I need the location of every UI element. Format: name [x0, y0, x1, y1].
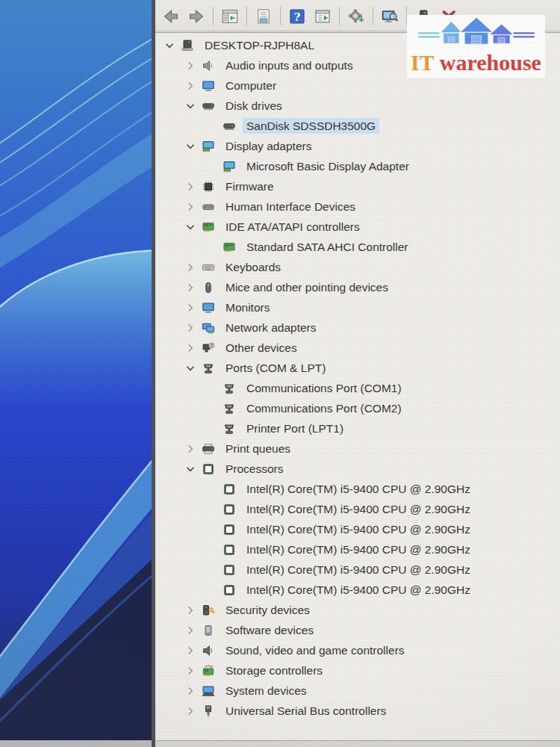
toolbar-separator [339, 7, 340, 25]
tree-item[interactable]: Computer [155, 75, 560, 96]
chevron-right-icon[interactable] [184, 79, 197, 93]
tree-item[interactable]: Display adapters [155, 136, 560, 156]
help-button[interactable]: ? [286, 5, 308, 28]
screen-photo: ? DESKTOP-RJPH8ALAudio inputs and output… [0, 0, 560, 747]
tree-item[interactable]: Printer Port (LPT1) [155, 418, 560, 438]
tree-item[interactable]: Mice and other pointing devices [155, 277, 560, 297]
chevron-right-icon[interactable] [184, 321, 197, 335]
chevron-right-icon[interactable] [184, 604, 197, 617]
tree-item[interactable]: Universal Serial Bus controllers [155, 701, 560, 721]
tree-item[interactable]: Intel(R) Core(TM) i5-9400 CPU @ 2.90GHz [155, 580, 560, 600]
chevron-placeholder [205, 120, 218, 133]
tree-item[interactable]: Intel(R) Core(TM) i5-9400 CPU @ 2.90GHz [155, 539, 560, 560]
toolbar-separator [373, 7, 373, 25]
cpu-icon [222, 542, 237, 557]
tree-item[interactable]: Communications Port (COM1) [155, 378, 560, 398]
chevron-right-icon[interactable] [184, 59, 197, 72]
tree-item-label: Firmware [222, 179, 278, 194]
tree-item-label: Software devices [222, 622, 317, 638]
port-icon [222, 421, 237, 436]
unknown-device-icon: ? [201, 341, 216, 356]
software-icon [201, 623, 216, 638]
tree-item[interactable]: Human Interface Devices [155, 196, 560, 217]
toolbar-separator [280, 7, 281, 25]
tree-item[interactable]: Disk drives [155, 96, 560, 116]
mouse-icon [201, 280, 216, 295]
tree-item[interactable]: Microsoft Basic Display Adapter [155, 156, 560, 176]
chevron-right-icon[interactable] [184, 664, 197, 678]
tree-item[interactable]: ?Other devices [155, 338, 560, 358]
chevron-right-icon[interactable] [184, 200, 197, 214]
tree-item[interactable]: Intel(R) Core(TM) i5-9400 CPU @ 2.90GHz [155, 479, 560, 499]
tree-item[interactable]: System devices [155, 681, 560, 701]
tree-item[interactable]: Monitors [155, 297, 560, 317]
chevron-down-icon[interactable] [163, 39, 176, 52]
tree-item[interactable]: SanDisk SDSSDH3500G [155, 116, 560, 136]
disk-icon [201, 99, 216, 114]
update-driver-icon [314, 7, 332, 25]
tree-item-label: DESKTOP-RJPH8AL [201, 37, 318, 53]
security-icon [201, 603, 216, 618]
toolbar-separator [213, 7, 214, 25]
tree-item[interactable]: Storage controllers [155, 660, 560, 681]
ide-card-icon [201, 220, 216, 235]
tree-item-label: System devices [222, 683, 311, 698]
tree-item[interactable]: Intel(R) Core(TM) i5-9400 CPU @ 2.90GHz [155, 519, 560, 539]
back-button[interactable] [160, 5, 182, 28]
update-driver-button[interactable] [311, 5, 334, 28]
tree-item[interactable]: Communications Port (COM2) [155, 398, 560, 418]
printer-icon [201, 441, 216, 456]
chevron-right-icon[interactable] [184, 644, 197, 657]
tree-item-label: Storage controllers [222, 663, 326, 678]
console-tree-icon [221, 7, 239, 25]
chevron-placeholder [205, 563, 218, 577]
chevron-right-icon[interactable] [184, 180, 197, 193]
properties-button[interactable] [252, 5, 275, 28]
storage-icon [201, 663, 216, 678]
tree-item-label: Communications Port (COM1) [243, 380, 405, 396]
tree-item[interactable]: Network adapters [155, 317, 560, 338]
tree-item[interactable]: Print queues [155, 438, 560, 459]
show-hide-console-tree-button[interactable] [219, 5, 241, 28]
tree-item[interactable]: Keyboards [155, 257, 560, 277]
forward-button[interactable] [185, 5, 208, 28]
network-icon [201, 320, 216, 335]
chevron-right-icon[interactable] [184, 684, 197, 698]
chevron-down-icon[interactable] [184, 140, 197, 153]
tree-item[interactable]: Intel(R) Core(TM) i5-9400 CPU @ 2.90GHz [155, 499, 560, 519]
tree-item[interactable]: Processors [155, 459, 560, 479]
chevron-right-icon[interactable] [184, 704, 197, 718]
tree-item[interactable]: Sound, video and game controllers [155, 640, 560, 660]
chevron-down-icon[interactable] [184, 362, 197, 375]
it-warehouse-logo: IT warehouse [407, 15, 545, 78]
chevron-right-icon[interactable] [184, 341, 197, 355]
window-bottom-frame [155, 740, 560, 747]
tree-item-label: Intel(R) Core(TM) i5-9400 CPU @ 2.90GHz [243, 481, 474, 497]
chevron-right-icon[interactable] [184, 261, 197, 274]
chevron-down-icon[interactable] [184, 99, 197, 113]
tree-item-label: Intel(R) Core(TM) i5-9400 CPU @ 2.90GHz [243, 542, 474, 557]
desktop-wallpaper [0, 0, 161, 747]
chevron-down-icon[interactable] [184, 220, 197, 234]
driver-settings-button[interactable] [345, 5, 367, 28]
scan-hardware-changes-button[interactable] [379, 5, 401, 28]
chevron-right-icon[interactable] [184, 281, 197, 294]
chevron-right-icon[interactable] [184, 442, 197, 456]
cpu-icon [222, 583, 237, 598]
tree-item[interactable]: Standard SATA AHCI Controller [155, 237, 560, 257]
tree-item[interactable]: Security devices [155, 600, 560, 620]
chevron-right-icon[interactable] [184, 624, 197, 637]
tree-item[interactable]: IDE ATA/ATAPI controllers [155, 217, 560, 237]
chevron-placeholder [205, 503, 218, 516]
tree-item[interactable]: Intel(R) Core(TM) i5-9400 CPU @ 2.90GHz [155, 560, 560, 580]
chevron-down-icon[interactable] [184, 462, 197, 476]
tree-item[interactable]: Firmware [155, 176, 560, 196]
cpu-icon [222, 562, 237, 577]
tree-item[interactable]: Software devices [155, 620, 560, 640]
svg-text:?: ? [211, 342, 214, 348]
tree-item-label: Monitors [222, 300, 273, 315]
gear-update-icon [347, 7, 365, 25]
tree-item[interactable]: Ports (COM & LPT) [155, 358, 560, 378]
port-icon [201, 361, 216, 376]
chevron-right-icon[interactable] [184, 301, 197, 314]
